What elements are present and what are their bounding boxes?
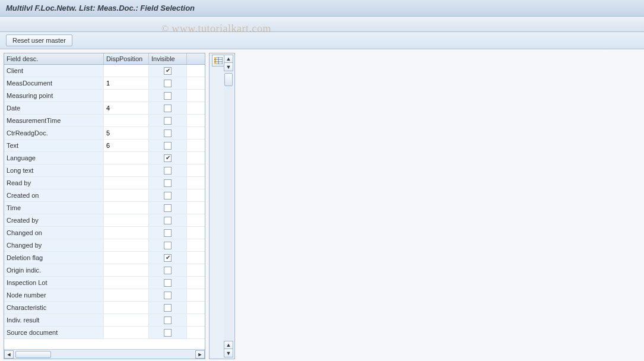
disp-position-cell[interactable]: [104, 77, 149, 89]
field-desc-cell[interactable]: MeasDocument: [4, 77, 104, 89]
disp-position-cell[interactable]: [104, 277, 149, 289]
invisible-checkbox[interactable]: [164, 104, 172, 112]
hscroll-track[interactable]: [14, 350, 195, 359]
disp-position-cell[interactable]: [104, 164, 149, 176]
disp-position-cell[interactable]: [104, 289, 149, 301]
invisible-cell[interactable]: [149, 264, 187, 276]
disp-position-cell[interactable]: [104, 327, 149, 338]
horizontal-scrollbar[interactable]: ◄ ►: [4, 349, 205, 359]
column-header-field-desc[interactable]: Field desc.: [4, 53, 104, 64]
disp-position-input[interactable]: [106, 67, 146, 74]
field-desc-cell[interactable]: Read by: [4, 177, 104, 189]
scroll-down-button[interactable]: ▼: [224, 63, 233, 71]
invisible-cell[interactable]: [149, 189, 187, 201]
invisible-cell[interactable]: [149, 289, 187, 301]
disp-position-input[interactable]: [106, 292, 146, 299]
disp-position-input[interactable]: [106, 329, 146, 336]
reset-user-master-button[interactable]: Reset user master: [6, 34, 72, 46]
vscroll-thumb[interactable]: [224, 73, 233, 86]
column-header-invisible[interactable]: Invisible: [149, 53, 187, 64]
invisible-cell[interactable]: ✔: [149, 252, 187, 264]
disp-position-cell[interactable]: [104, 252, 149, 264]
disp-position-input[interactable]: [106, 192, 146, 199]
field-desc-cell[interactable]: Inspection Lot: [4, 277, 104, 289]
invisible-cell[interactable]: [149, 164, 187, 176]
invisible-cell[interactable]: [149, 202, 187, 214]
disp-position-input[interactable]: [106, 129, 146, 137]
field-desc-cell[interactable]: Created on: [4, 189, 104, 201]
scroll-right-button[interactable]: ►: [195, 350, 205, 359]
scroll-up-button[interactable]: ▲: [224, 55, 233, 63]
field-desc-cell[interactable]: Language: [4, 152, 104, 164]
field-desc-cell[interactable]: Long text: [4, 164, 104, 176]
field-desc-cell[interactable]: Deletion flag: [4, 252, 104, 264]
disp-position-input[interactable]: [106, 217, 146, 224]
scroll-down-bottom-button[interactable]: ▼: [224, 349, 233, 357]
invisible-cell[interactable]: [149, 177, 187, 189]
disp-position-cell[interactable]: [104, 102, 149, 114]
disp-position-input[interactable]: [106, 229, 146, 236]
invisible-checkbox[interactable]: [164, 92, 172, 100]
disp-position-cell[interactable]: [104, 214, 149, 226]
disp-position-cell[interactable]: [104, 314, 149, 326]
disp-position-cell[interactable]: [104, 202, 149, 214]
invisible-checkbox[interactable]: [164, 217, 172, 224]
invisible-checkbox[interactable]: [164, 80, 172, 87]
field-desc-cell[interactable]: Source document: [4, 327, 104, 338]
invisible-checkbox[interactable]: [164, 142, 172, 150]
disp-position-input[interactable]: [106, 92, 146, 99]
field-desc-cell[interactable]: Client: [4, 65, 104, 77]
invisible-cell[interactable]: [149, 239, 187, 251]
invisible-checkbox[interactable]: [164, 204, 172, 212]
invisible-cell[interactable]: [149, 127, 187, 139]
disp-position-cell[interactable]: [104, 115, 149, 126]
disp-position-input[interactable]: [106, 117, 146, 124]
disp-position-cell[interactable]: [104, 302, 149, 314]
invisible-cell[interactable]: [149, 140, 187, 151]
field-desc-cell[interactable]: Created by: [4, 214, 104, 226]
disp-position-cell[interactable]: [104, 127, 149, 139]
field-desc-cell[interactable]: Date: [4, 102, 104, 114]
invisible-checkbox[interactable]: ✔: [164, 67, 172, 75]
disp-position-input[interactable]: [106, 254, 146, 261]
invisible-cell[interactable]: [149, 327, 187, 338]
vscroll-track[interactable]: [224, 72, 233, 340]
field-desc-cell[interactable]: Node number: [4, 289, 104, 301]
invisible-cell[interactable]: [149, 277, 187, 289]
invisible-checkbox[interactable]: [164, 316, 172, 324]
invisible-cell[interactable]: [149, 90, 187, 102]
disp-position-input[interactable]: [106, 80, 146, 87]
invisible-checkbox[interactable]: [164, 167, 172, 175]
disp-position-cell[interactable]: [104, 239, 149, 251]
disp-position-input[interactable]: [106, 316, 146, 324]
disp-position-input[interactable]: [106, 279, 146, 286]
disp-position-cell[interactable]: [104, 264, 149, 276]
invisible-cell[interactable]: [149, 214, 187, 226]
field-desc-cell[interactable]: Origin indic.: [4, 264, 104, 276]
disp-position-input[interactable]: [106, 204, 146, 211]
disp-position-input[interactable]: [106, 267, 146, 274]
invisible-cell[interactable]: [149, 77, 187, 89]
disp-position-cell[interactable]: [104, 65, 149, 77]
disp-position-cell[interactable]: [104, 90, 149, 102]
invisible-cell[interactable]: ✔: [149, 65, 187, 77]
hscroll-thumb[interactable]: [15, 351, 51, 358]
field-desc-cell[interactable]: Indiv. result: [4, 314, 104, 326]
field-desc-cell[interactable]: Changed on: [4, 227, 104, 239]
scroll-left-button[interactable]: ◄: [4, 350, 14, 359]
field-desc-cell[interactable]: Measuring point: [4, 90, 104, 102]
field-desc-cell[interactable]: MeasurementTime: [4, 115, 104, 126]
invisible-checkbox[interactable]: ✔: [164, 254, 172, 262]
disp-position-input[interactable]: [106, 142, 146, 149]
column-header-disp-position[interactable]: DispPosition: [104, 53, 149, 64]
disp-position-cell[interactable]: [104, 152, 149, 164]
invisible-checkbox[interactable]: [164, 267, 172, 274]
invisible-checkbox[interactable]: [164, 292, 172, 299]
invisible-cell[interactable]: [149, 314, 187, 326]
invisible-checkbox[interactable]: [164, 329, 172, 337]
field-desc-cell[interactable]: Text: [4, 140, 104, 151]
invisible-checkbox[interactable]: [164, 129, 172, 137]
invisible-checkbox[interactable]: [164, 117, 172, 125]
field-desc-cell[interactable]: Time: [4, 202, 104, 214]
field-desc-cell[interactable]: Characteristic: [4, 302, 104, 314]
